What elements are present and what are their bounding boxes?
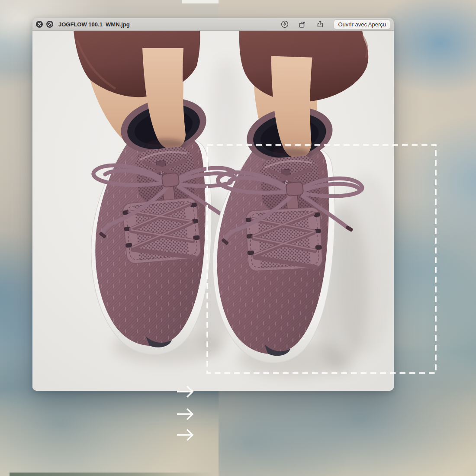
shoes-photo: KAL [32,31,394,391]
right-arrow-icon-3 [176,427,196,443]
close-button[interactable] [36,21,43,28]
sky-bottom-edge [10,473,215,476]
close-icon [37,22,42,26]
quicklook-window: JOGFLOW 100.1_WMN.jpg [32,18,394,391]
titlebar-actions: Ouvrir avec Aperçu [280,19,390,29]
markup-button[interactable] [280,20,289,29]
open-with-preview-button[interactable]: Ouvrir avec Aperçu [334,19,390,29]
desktop: { "window": { "title": "JOGFLOW 100.1_WM… [0,0,476,476]
share-button[interactable] [316,20,324,29]
rotate-button[interactable] [298,20,306,29]
right-arrow-icon-1 [176,384,196,399]
share-icon [316,20,324,28]
prohibit-button[interactable] [46,21,53,28]
window-title: JOGFLOW 100.1_WMN.jpg [58,21,277,28]
prohibit-icon [47,22,52,27]
window-titlebar[interactable]: JOGFLOW 100.1_WMN.jpg [32,18,394,31]
markup-pen-icon [281,20,289,28]
lacing-panel [122,197,202,264]
right-arrow-icon-2 [176,406,196,422]
sky-seam-gap [182,0,219,3]
rotate-icon [298,20,306,29]
photo-preview: KAL [32,31,394,391]
